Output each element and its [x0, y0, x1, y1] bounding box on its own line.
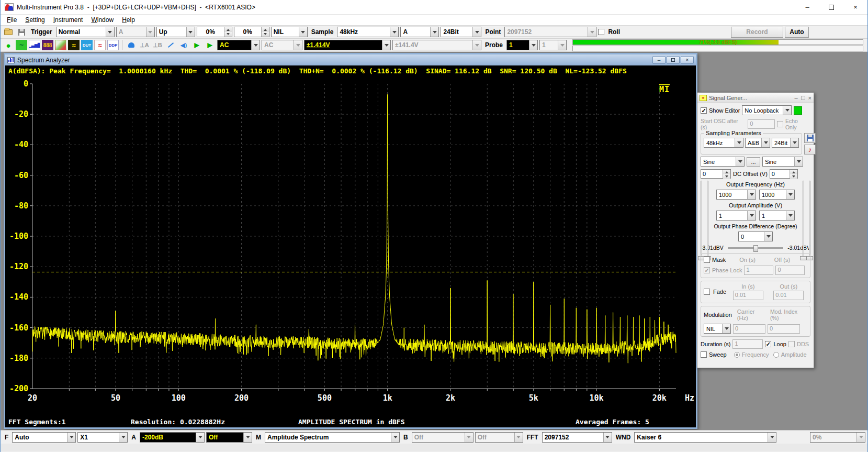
menu-file[interactable]: File — [3, 15, 21, 25]
save-file-icon[interactable] — [16, 27, 27, 37]
coupling-b-select: AC — [262, 40, 302, 50]
spectrum-plot[interactable]: 0-20-40-60-80-100-120-140-160-180-200205… — [5, 76, 694, 417]
record-length-select: 2097152 — [504, 27, 596, 37]
waveform-a-select[interactable]: Sine — [701, 157, 745, 167]
trigger-edge-select[interactable]: Up — [156, 27, 195, 37]
sample-rate-select[interactable]: 48kHz — [337, 27, 399, 37]
ddp-viewer-icon[interactable]: DDP — [107, 40, 119, 50]
open-file-icon[interactable] — [3, 27, 14, 37]
data-logger-icon[interactable]: ≈ — [94, 40, 106, 50]
coupling-a-select[interactable]: AC — [217, 40, 260, 50]
open-library-icon[interactable]: ♪ — [804, 145, 816, 155]
amp-slider-a2[interactable] — [707, 181, 708, 259]
sound-output-icon[interactable]: ◀) — [178, 40, 189, 50]
phase-select[interactable]: 0 — [738, 231, 773, 241]
spectrum-analyzer-icon[interactable]: ▁▃▅▇ — [29, 40, 40, 50]
modulation-type-select[interactable]: NIL — [704, 324, 731, 334]
spectrum-maximize-icon[interactable] — [667, 56, 680, 64]
menu-help[interactable]: Help — [118, 15, 139, 25]
probe-cal-icon[interactable] — [165, 40, 176, 50]
sweep-frequency-label: Frequency — [742, 351, 769, 358]
calibration-icon[interactable] — [126, 40, 137, 50]
trigger-hpf-select[interactable]: NIL — [271, 27, 308, 37]
zoom-select[interactable]: X1 — [77, 432, 128, 443]
oscilloscope-icon[interactable]: ~ — [16, 40, 27, 50]
signal-generator-icon[interactable]: ≈ — [68, 40, 80, 50]
a-axis-label: A — [129, 434, 138, 441]
trigger-level-stepper[interactable]: 0% — [197, 27, 232, 37]
sg-minimize-icon[interactable]: – — [794, 95, 797, 101]
waveform-b-select[interactable]: Sine — [762, 157, 803, 167]
menu-window[interactable]: Window — [87, 15, 118, 25]
fade-checkbox[interactable] — [704, 289, 710, 295]
auto-button[interactable]: Auto — [785, 27, 809, 38]
spectrum-3d-icon[interactable] — [55, 40, 66, 50]
minimize-icon[interactable]: – — [795, 0, 819, 14]
trigger-mode-select[interactable]: Normal — [56, 27, 115, 37]
input-level-meter: 71%(-3.0 dBFS) — [572, 39, 863, 51]
start-osc-label: Start OSC after (s) — [701, 118, 746, 130]
waveform-more-button[interactable]: ... — [747, 157, 760, 167]
loopback-select[interactable]: No Loopback — [742, 105, 792, 115]
window-bottom-edge — [1, 444, 867, 451]
spectrum-analyzer-window: Spectrum Analyzer – × A(dBFSA): Peak Fre… — [4, 53, 697, 429]
generator-run-button[interactable] — [794, 106, 802, 115]
sg-close-icon[interactable]: × — [808, 95, 811, 101]
duration-field: 1 — [732, 339, 763, 349]
show-editor-checkbox[interactable] — [701, 107, 707, 114]
sweep-checkbox[interactable] — [701, 351, 707, 358]
dc-offset-a-stepper[interactable]: 0 — [701, 169, 731, 179]
spectrum-window-titlebar[interactable]: Spectrum Analyzer – × — [5, 54, 696, 65]
maximize-icon[interactable] — [819, 0, 843, 14]
save-signal-icon[interactable] — [804, 133, 816, 143]
sg-channels-select[interactable]: A&B — [745, 138, 770, 148]
amp-slider-b1[interactable] — [803, 181, 804, 259]
sample-channel-select[interactable]: A — [400, 27, 439, 37]
signal-generator-titlebar[interactable]: ≈ Signal Gener... – × — [697, 93, 814, 103]
loop-checkbox[interactable] — [765, 341, 771, 347]
toolbar-instruments: ● ~ ▁▃▅▇ 888 ≈ DUT ≈ DDP ⊥A ⊥B ◀) ▶ ▶ AC… — [1, 39, 867, 52]
frequency-a-select[interactable]: 1000 — [716, 190, 756, 200]
close-icon[interactable]: × — [843, 0, 867, 14]
menu-instrument[interactable]: Instrument — [49, 15, 87, 25]
window-function-select[interactable]: Kaiser 6 — [634, 432, 776, 443]
play-icon[interactable]: ▶ — [191, 40, 202, 50]
spectrum-minimize-icon[interactable]: – — [652, 56, 666, 64]
frequency-b-select[interactable]: 1000 — [759, 190, 795, 200]
sample-bits-select[interactable]: 24Bit — [441, 27, 481, 37]
trigger-delay-stepper[interactable]: 0% — [234, 27, 269, 37]
spectrum-close-icon[interactable]: × — [681, 56, 694, 64]
start-osc-field: 0 — [748, 119, 775, 129]
balance-slider[interactable] — [728, 247, 783, 249]
level-meter-text: 71%(-3.0 dBFS) — [573, 40, 863, 45]
amp-slider-a1[interactable] — [701, 181, 702, 259]
amplitude-a-select[interactable]: 1 — [716, 211, 756, 221]
play-loop-icon[interactable]: ▶ — [204, 40, 216, 50]
mode-select[interactable]: Amplitude Spectrum — [265, 432, 400, 443]
modulation-label: Modulation — [704, 312, 732, 318]
a-range-select[interactable]: -200dB — [140, 432, 205, 443]
fft-label: FFT — [525, 434, 540, 441]
dc-offset-b-stepper[interactable]: 0 — [770, 169, 798, 179]
svg-text:-160: -160 — [9, 323, 28, 333]
probe-a-select[interactable]: 1 — [506, 40, 538, 50]
mask-group: Mask On (s) Off (s) Phase Lock 1 0 — [701, 253, 810, 278]
device-test-plan-icon[interactable]: DUT — [81, 40, 93, 50]
amp-slider-b2[interactable] — [809, 181, 810, 259]
roll-checkbox[interactable] — [598, 29, 604, 35]
level-meter-b — [572, 46, 863, 51]
a-ref-select[interactable]: Off — [206, 432, 252, 443]
fft-size-select[interactable]: 2097152 — [542, 432, 612, 443]
svg-text:1k: 1k — [383, 393, 392, 403]
sg-bits-select[interactable]: 24Bit — [772, 138, 799, 148]
freq-axis-select[interactable]: Auto — [12, 432, 76, 443]
amplitude-b-select[interactable]: 1 — [759, 211, 795, 221]
sg-rate-select[interactable]: 48kHz — [704, 138, 743, 148]
run-icon[interactable]: ● — [3, 40, 14, 50]
duration-label: Duration (s) — [701, 341, 730, 347]
menu-bar: File Setting Instrument Window Help — [1, 15, 867, 26]
multimeter-icon[interactable]: 888 — [42, 40, 53, 50]
mask-checkbox[interactable] — [704, 257, 710, 263]
menu-setting[interactable]: Setting — [21, 15, 49, 25]
range-a-select[interactable]: ±1.414V — [304, 40, 391, 50]
